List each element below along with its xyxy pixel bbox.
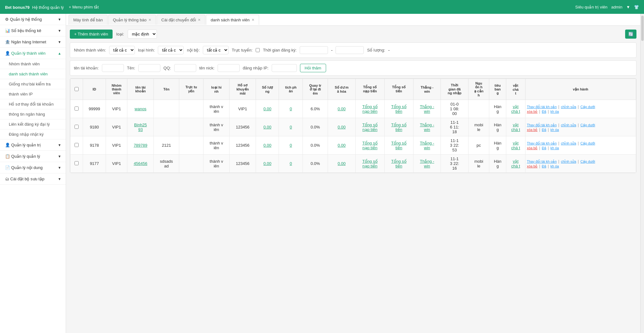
cell-tai-khoan[interactable]: wanos — [127, 100, 154, 118]
search-button[interactable]: Hỏi thăm — [300, 64, 326, 72]
loai-select[interactable]: mặc định — [128, 30, 157, 39]
toolbar: + Thêm thành viên loại: mặc định 🔄 — [70, 30, 636, 39]
sidebar-item-quan-ly-noi-dung[interactable]: 📄 Quản lý nội dung ▾ — [0, 162, 66, 173]
loai-hinh-select[interactable]: tất cả c — [158, 46, 184, 54]
cell-tong-tien[interactable]: Tổng sốtiền — [384, 136, 413, 155]
cell-thang-win[interactable]: Thắng -win — [413, 136, 441, 155]
nhom-thanh-vien-select[interactable]: tất cả c — [109, 46, 135, 54]
chevron-icon: ▾ — [58, 28, 61, 33]
cell-nhom: VIP1 — [106, 100, 127, 118]
tab-close-danh-sach[interactable]: ✕ — [252, 18, 254, 22]
cell-ten — [154, 100, 179, 118]
sidebar-subitem-danh-sach[interactable]: danh sách thành viên — [0, 69, 66, 79]
add-member-button[interactable]: + Thêm thành viên — [70, 30, 113, 39]
row-checkbox[interactable] — [75, 143, 79, 147]
cell-tong-tien[interactable]: Tổng sốtiền — [384, 100, 413, 118]
table-row: 99999 VIP1 wanos thành viên VIP1 0.00 0 … — [70, 100, 636, 118]
truc-tuyen-checkbox[interactable] — [256, 48, 260, 52]
menu-shortcut[interactable]: + Menu phím tắt — [69, 5, 99, 9]
row-checkbox[interactable] — [75, 161, 79, 165]
cell-thang-win[interactable]: Thắng -win — [413, 155, 441, 173]
col-ho-so: Hồ sơkhuyếnmãi — [230, 79, 256, 100]
cell-ten: 2121 — [154, 136, 179, 155]
shirt-icon[interactable]: 👕 — [634, 5, 639, 9]
cell-tai-khoan[interactable]: 789789 — [127, 136, 154, 155]
cell-thang-win[interactable]: Thắng -win — [413, 118, 441, 136]
tab-thong-bao[interactable]: Quản lý thông báo ✕ — [108, 15, 156, 25]
row-checkbox[interactable] — [75, 125, 79, 129]
dang-nhap-ip-input[interactable] — [272, 64, 297, 72]
cell-vat-chat[interactable]: vậtchá t — [506, 155, 525, 173]
username[interactable]: admin — [611, 5, 622, 9]
cell-tai-khoan[interactable]: Binh2593 — [127, 118, 154, 136]
cell-thang-win[interactable]: Thắng -win — [413, 100, 441, 118]
dropdown-icon[interactable]: ▼ — [626, 5, 630, 9]
cell-so-du: 0.00 — [328, 136, 355, 155]
cell-tong-nap[interactable]: Tổng sốnạp tiền — [355, 136, 384, 155]
tab-close-cai-dat[interactable]: ✕ — [198, 18, 201, 22]
members-table-wrap: ID Nhómthànhviên tên tàikhoản Tên Trực t… — [70, 78, 636, 173]
sidebar-subitem-nhom-thanh-vien[interactable]: Nhóm thành viên — [0, 59, 66, 69]
col-tong-tien: Tổng sốtiền — [384, 79, 413, 100]
ten-tk-label: tên tài khoản: — [74, 66, 99, 70]
noi-bo-select[interactable]: tất cả c — [203, 46, 229, 54]
layout: ⚙ Quản lý hệ thống ▾ 📊 Số liệu thống kê … — [0, 14, 644, 333]
cell-van-hanh: Thay đổi tài kh oản | chỉnh sửa | Cấp dư… — [525, 155, 636, 173]
cell-so-luong: 0.00 — [256, 100, 279, 118]
sidebar-subitem-kiem-tra[interactable]: Giống như bài kiểm tra — [0, 79, 66, 89]
cell-tong-nap[interactable]: Tổng sốnạp tiền — [355, 100, 384, 118]
table-row: 9177 VIP1 456456 sdsadsad thành viên 123… — [70, 155, 636, 173]
cell-quay-tro-lai: 0.0% — [303, 136, 328, 155]
tab-cai-dat[interactable]: Cài đặt chuyển đổi ✕ — [157, 15, 205, 25]
tab-may-tinh[interactable]: Máy tính để bàn — [69, 15, 108, 25]
sidebar-item-cai-dat-bo-suu-tap[interactable]: 🗂 Cài đặt bộ sưu tập ▾ — [0, 173, 66, 185]
sidebar-item-so-lieu-thong-ke[interactable]: 📊 Số liệu thống kê ▾ — [0, 25, 66, 36]
cell-ten: sdsadsad — [154, 155, 179, 173]
sidebar-item-quan-ly-he-thong[interactable]: ⚙ Quản lý hệ thống ▾ — [0, 14, 66, 25]
ten-nick-input[interactable] — [218, 64, 240, 72]
chevron-icon: ▾ — [58, 17, 61, 22]
cell-tong-tien[interactable]: Tổng sốtiền — [384, 118, 413, 136]
sidebar-subitem-thong-tin-ngan-hang[interactable]: thông tin ngân hàng — [0, 109, 66, 119]
scrollbar-thumb[interactable] — [641, 16, 644, 41]
chevron-icon: ▾ — [58, 40, 61, 44]
scrollbar[interactable] — [640, 14, 644, 333]
sidebar-subitem-ho-so-thay-doi[interactable]: Hồ sơ thay đổi tài khoản — [0, 99, 66, 109]
cell-van-hanh: Thay đổi tài kh oản | chỉnh sửa | Cấp dư… — [525, 100, 636, 118]
cell-vat-chat[interactable]: vậtchá t — [506, 118, 525, 136]
header-logo: Bet bonus79 Hệ thống quản lý — [5, 4, 64, 10]
thoi-gian-start[interactable] — [300, 46, 328, 54]
sidebar-item-quan-ly-quan-ly[interactable]: 📋 Quản lý quản lý ▾ — [0, 151, 66, 162]
cell-so-luong: 0.00 — [256, 155, 279, 173]
cell-vat-chat[interactable]: vậtchá t — [506, 136, 525, 155]
tab-danh-sach[interactable]: danh sách thành viên ✕ — [206, 15, 259, 25]
cell-tai-khoan[interactable]: 456456 — [127, 155, 154, 173]
cell-id: 9178 — [83, 136, 106, 155]
sidebar-subitem-dang-nhap-nhat-ky[interactable]: Đăng nhập nhật ký — [0, 129, 66, 139]
tab-close-thong-bao[interactable]: ✕ — [148, 18, 151, 22]
cell-tong-nap[interactable]: Tổng sốnạp tiền — [355, 118, 384, 136]
col-quay-tro-lai: Quay trở lại điêm — [303, 79, 328, 100]
qq-input[interactable] — [174, 64, 196, 72]
col-tong-nap: Tổng sốnạp tiền — [355, 79, 384, 100]
cell-tong-tien[interactable]: Tổng sốtiền — [384, 155, 413, 173]
select-all-checkbox[interactable] — [75, 87, 79, 91]
ten-input[interactable] — [138, 64, 160, 72]
row-checkbox[interactable] — [75, 106, 79, 111]
qq-label: QQ: — [164, 66, 171, 70]
sidebar: ⚙ Quản lý hệ thống ▾ 📊 Số liệu thống kê … — [0, 14, 66, 333]
sidebar-subitem-thanh-vien-ip[interactable]: thành viên IP — [0, 89, 66, 99]
cell-tong-nap[interactable]: Tổng sốnạp tiền — [355, 155, 384, 173]
ten-tk-input[interactable] — [102, 64, 124, 72]
cell-ho-so: 123456 — [230, 155, 256, 173]
thoi-gian-end[interactable] — [336, 46, 364, 54]
sidebar-item-ngan-hang[interactable]: 🏦 Ngân hàng Internet ▾ — [0, 36, 66, 48]
cell-id: 9177 — [83, 155, 106, 173]
cell-vat-chat[interactable]: vậtchá t — [506, 100, 525, 118]
refresh-button[interactable]: 🔄 — [625, 30, 636, 39]
cell-tieu-bang: Hàng — [489, 100, 506, 118]
sidebar-item-quan-ly-quan-tri[interactable]: 👤 Quản lý quản trị ▾ — [0, 139, 66, 151]
sidebar-subitem-lien-ket[interactable]: Liên kết đăng ký đại lý — [0, 119, 66, 129]
cell-nhom: VIP1 — [106, 136, 127, 155]
sidebar-item-quan-ly-thanh-vien[interactable]: 👤 Quản lý thành viên ▴ — [0, 48, 66, 59]
